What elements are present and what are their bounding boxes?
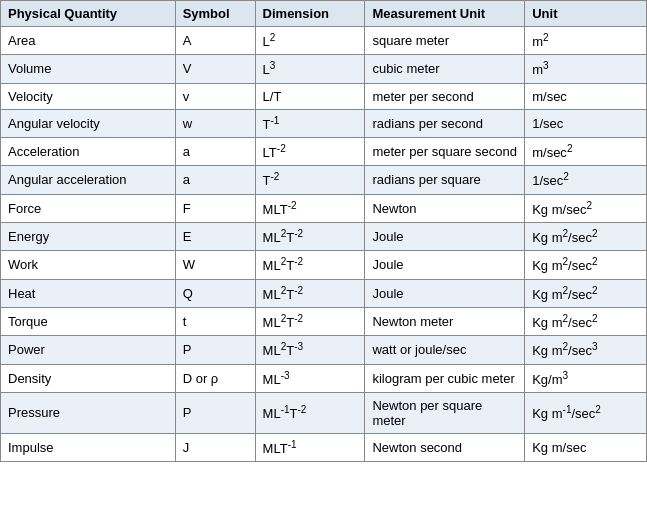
physical-quantity-cell: Impulse bbox=[1, 433, 176, 461]
physical-quantity-cell: Heat bbox=[1, 279, 176, 307]
physical-quantity-cell: Density bbox=[1, 364, 176, 392]
unit-cell: Kg m2/sec3 bbox=[525, 336, 647, 364]
table-row: AreaAL2square meterm2 bbox=[1, 27, 647, 55]
table-row: EnergyEML2T-2JouleKg m2/sec2 bbox=[1, 222, 647, 250]
symbol-cell: w bbox=[175, 109, 255, 137]
symbol-cell: a bbox=[175, 137, 255, 165]
measurement-unit-cell: cubic meter bbox=[365, 55, 525, 83]
dimension-cell: L/T bbox=[255, 83, 365, 109]
table-row: VelocityvL/Tmeter per secondm/sec bbox=[1, 83, 647, 109]
dimension-cell: T-1 bbox=[255, 109, 365, 137]
dimension-cell: ML-3 bbox=[255, 364, 365, 392]
symbol-cell: J bbox=[175, 433, 255, 461]
column-header-physical-quantity: Physical Quantity bbox=[1, 1, 176, 27]
measurement-unit-cell: meter per square second bbox=[365, 137, 525, 165]
measurement-unit-cell: watt or joule/sec bbox=[365, 336, 525, 364]
physical-quantity-cell: Angular velocity bbox=[1, 109, 176, 137]
physical-quantity-cell: Power bbox=[1, 336, 176, 364]
physical-quantity-cell: Energy bbox=[1, 222, 176, 250]
physical-quantity-cell: Torque bbox=[1, 307, 176, 335]
unit-cell: Kg m-1/sec2 bbox=[525, 392, 647, 433]
unit-cell: 1/sec2 bbox=[525, 166, 647, 194]
symbol-cell: F bbox=[175, 194, 255, 222]
table-row: Angular velocitywT-1radians per second1/… bbox=[1, 109, 647, 137]
unit-cell: Kg m2/sec2 bbox=[525, 307, 647, 335]
symbol-cell: t bbox=[175, 307, 255, 335]
table-row: ImpulseJMLT-1Newton secondKg m/sec bbox=[1, 433, 647, 461]
measurement-unit-cell: square meter bbox=[365, 27, 525, 55]
physical-quantity-cell: Volume bbox=[1, 55, 176, 83]
physics-table: Physical QuantitySymbolDimensionMeasurem… bbox=[0, 0, 647, 462]
unit-cell: Kg m/sec2 bbox=[525, 194, 647, 222]
measurement-unit-cell: kilogram per cubic meter bbox=[365, 364, 525, 392]
column-header-symbol: Symbol bbox=[175, 1, 255, 27]
measurement-unit-cell: radians per square bbox=[365, 166, 525, 194]
dimension-cell: ML2T-2 bbox=[255, 279, 365, 307]
table-row: TorquetML2T-2Newton meterKg m2/sec2 bbox=[1, 307, 647, 335]
unit-cell: Kg m2/sec2 bbox=[525, 251, 647, 279]
dimension-cell: ML2T-2 bbox=[255, 222, 365, 250]
physical-quantity-cell: Force bbox=[1, 194, 176, 222]
table-row: DensityD or ρML-3kilogram per cubic mete… bbox=[1, 364, 647, 392]
dimension-cell: ML2T-2 bbox=[255, 307, 365, 335]
unit-cell: Kg m2/sec2 bbox=[525, 279, 647, 307]
physical-quantity-cell: Area bbox=[1, 27, 176, 55]
physical-quantity-cell: Velocity bbox=[1, 83, 176, 109]
dimension-cell: L2 bbox=[255, 27, 365, 55]
dimension-cell: MLT-2 bbox=[255, 194, 365, 222]
table-row: ForceFMLT-2NewtonKg m/sec2 bbox=[1, 194, 647, 222]
unit-cell: Kg/m3 bbox=[525, 364, 647, 392]
column-header-measurement-unit: Measurement Unit bbox=[365, 1, 525, 27]
measurement-unit-cell: Newton meter bbox=[365, 307, 525, 335]
symbol-cell: A bbox=[175, 27, 255, 55]
table-row: PressurePML-1T-2Newton per square meterK… bbox=[1, 392, 647, 433]
dimension-cell: MLT-1 bbox=[255, 433, 365, 461]
table-row: HeatQML2T-2JouleKg m2/sec2 bbox=[1, 279, 647, 307]
symbol-cell: W bbox=[175, 251, 255, 279]
unit-cell: m/sec2 bbox=[525, 137, 647, 165]
table-row: WorkWML2T-2JouleKg m2/sec2 bbox=[1, 251, 647, 279]
unit-cell: Kg m/sec bbox=[525, 433, 647, 461]
measurement-unit-cell: Joule bbox=[365, 251, 525, 279]
unit-cell: m/sec bbox=[525, 83, 647, 109]
dimension-cell: L3 bbox=[255, 55, 365, 83]
physical-quantity-cell: Angular acceleration bbox=[1, 166, 176, 194]
column-header-unit: Unit bbox=[525, 1, 647, 27]
symbol-cell: P bbox=[175, 392, 255, 433]
dimension-cell: LT-2 bbox=[255, 137, 365, 165]
unit-cell: m2 bbox=[525, 27, 647, 55]
symbol-cell: P bbox=[175, 336, 255, 364]
physical-quantity-cell: Acceleration bbox=[1, 137, 176, 165]
measurement-unit-cell: Newton bbox=[365, 194, 525, 222]
symbol-cell: E bbox=[175, 222, 255, 250]
unit-cell: m3 bbox=[525, 55, 647, 83]
measurement-unit-cell: Joule bbox=[365, 279, 525, 307]
symbol-cell: Q bbox=[175, 279, 255, 307]
symbol-cell: D or ρ bbox=[175, 364, 255, 392]
physical-quantity-cell: Pressure bbox=[1, 392, 176, 433]
dimension-cell: ML2T-3 bbox=[255, 336, 365, 364]
table-row: Angular accelerationaT-2radians per squa… bbox=[1, 166, 647, 194]
measurement-unit-cell: Newton per square meter bbox=[365, 392, 525, 433]
symbol-cell: v bbox=[175, 83, 255, 109]
measurement-unit-cell: meter per second bbox=[365, 83, 525, 109]
unit-cell: 1/sec bbox=[525, 109, 647, 137]
table-row: AccelerationaLT-2meter per square second… bbox=[1, 137, 647, 165]
dimension-cell: T-2 bbox=[255, 166, 365, 194]
table-row: VolumeVL3cubic meterm3 bbox=[1, 55, 647, 83]
symbol-cell: a bbox=[175, 166, 255, 194]
unit-cell: Kg m2/sec2 bbox=[525, 222, 647, 250]
physical-quantity-cell: Work bbox=[1, 251, 176, 279]
dimension-cell: ML2T-2 bbox=[255, 251, 365, 279]
measurement-unit-cell: radians per second bbox=[365, 109, 525, 137]
table-row: PowerPML2T-3watt or joule/secKg m2/sec3 bbox=[1, 336, 647, 364]
measurement-unit-cell: Newton second bbox=[365, 433, 525, 461]
column-header-dimension: Dimension bbox=[255, 1, 365, 27]
dimension-cell: ML-1T-2 bbox=[255, 392, 365, 433]
symbol-cell: V bbox=[175, 55, 255, 83]
measurement-unit-cell: Joule bbox=[365, 222, 525, 250]
